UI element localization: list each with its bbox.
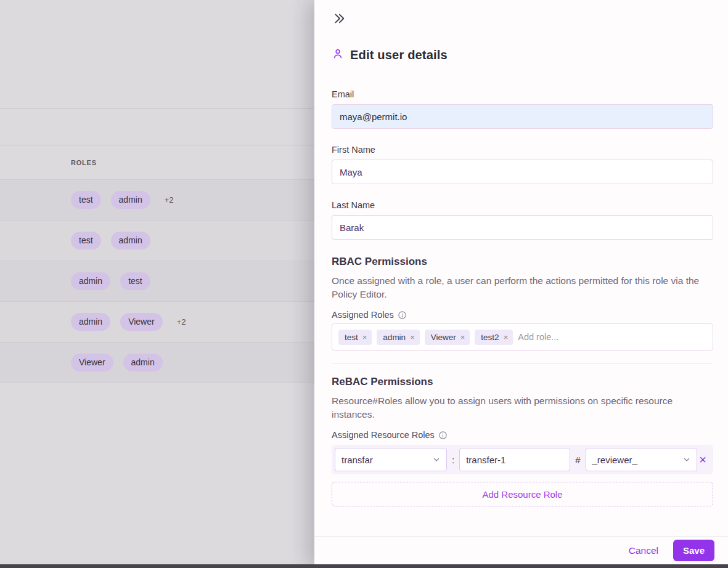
bottom-edge-bar (0, 564, 728, 568)
first-name-label: First Name (332, 145, 713, 155)
chevron-down-icon (683, 455, 690, 465)
email-field[interactable] (332, 104, 713, 129)
roles-column-label: ROLES (71, 159, 97, 166)
role-chip: test × (338, 330, 372, 345)
role-tag: test (71, 232, 101, 250)
email-field-group: Email (332, 89, 713, 129)
drawer-footer: Cancel Save (314, 536, 728, 564)
background-page: ROLES test admin +2 test admin admin tes… (0, 0, 314, 568)
role-tag: test (71, 191, 101, 209)
role-tag: test (120, 272, 150, 290)
role-chip-label: Viewer (431, 333, 456, 342)
table-row: admin Viewer +2 (0, 301, 314, 342)
collapse-drawer-icon[interactable] (332, 11, 346, 26)
resource-select[interactable]: transfar (335, 448, 447, 471)
resource-select-value: transfar (342, 455, 373, 465)
rebac-description: Resource#Roles allow you to assign users… (332, 394, 713, 421)
table-row: Viewer admin (0, 342, 314, 383)
resource-role-select-value: _reviewer_ (592, 455, 637, 465)
role-chip: test2 × (475, 330, 513, 345)
assigned-resource-roles-label: Assigned Resource Roles (332, 430, 435, 440)
first-name-field[interactable] (332, 160, 713, 184)
table-row: test admin +2 (0, 179, 314, 220)
role-tag: admin (71, 313, 110, 331)
email-label: Email (332, 89, 713, 99)
role-tag: Viewer (71, 354, 113, 371)
assigned-resource-roles-label-row: Assigned Resource Roles (332, 430, 713, 440)
remove-role-icon[interactable]: × (460, 333, 465, 341)
drawer-header: Edit user details (332, 47, 713, 62)
more-roles-count: +2 (177, 317, 186, 327)
resource-instance-input[interactable] (459, 448, 570, 471)
rebac-heading: ReBAC Permissions (332, 376, 713, 388)
resource-role-row: transfar : # _reviewer_ × (332, 445, 713, 474)
hash-separator: # (575, 455, 580, 465)
table-row: test admin (0, 220, 314, 261)
assigned-roles-label: Assigned Roles (332, 310, 394, 320)
cancel-button[interactable]: Cancel (629, 545, 658, 556)
chevron-down-icon (433, 455, 440, 465)
last-name-field[interactable] (332, 215, 713, 240)
user-icon (332, 47, 344, 62)
role-tag: Viewer (120, 313, 163, 331)
role-chip-label: test2 (481, 333, 499, 342)
add-role-input[interactable] (518, 332, 706, 342)
role-tag: admin (71, 272, 110, 290)
info-icon[interactable] (438, 431, 448, 440)
assigned-roles-label-row: Assigned Roles (332, 310, 713, 320)
more-roles-count: +2 (165, 195, 174, 205)
role-tag: admin (111, 232, 150, 250)
remove-resource-role-icon[interactable]: × (699, 453, 706, 466)
assigned-roles-multiselect[interactable]: test × admin × Viewer × test2 × (332, 323, 713, 351)
remove-role-icon[interactable]: × (410, 333, 415, 341)
role-tag: admin (111, 191, 150, 209)
resource-role-select[interactable]: _reviewer_ (586, 448, 697, 471)
role-chip: admin × (377, 330, 419, 345)
role-chip: Viewer × (425, 330, 470, 345)
info-icon[interactable] (398, 310, 407, 320)
last-name-field-group: Last Name (332, 200, 713, 240)
role-chip-label: test (345, 333, 358, 342)
rbac-heading: RBAC Permissions (332, 256, 713, 268)
edit-user-drawer: Edit user details Email First Name Last … (314, 0, 728, 568)
remove-role-icon[interactable]: × (362, 333, 367, 341)
divider (332, 363, 713, 363)
remove-role-icon[interactable]: × (504, 333, 509, 341)
last-name-label: Last Name (332, 200, 713, 210)
table-row: admin test (0, 261, 314, 301)
role-chip-label: admin (383, 333, 406, 342)
add-resource-role-button[interactable]: Add Resource Role (332, 482, 713, 506)
colon-separator: : (452, 455, 454, 465)
first-name-field-group: First Name (332, 145, 713, 184)
divider (0, 108, 314, 109)
role-tag: admin (123, 354, 163, 371)
drawer-title: Edit user details (350, 48, 448, 62)
rbac-description: Once assigned with a role, a user can pe… (332, 274, 713, 301)
roles-column-header: ROLES (0, 145, 314, 179)
save-button[interactable]: Save (673, 540, 714, 561)
users-table: ROLES test admin +2 test admin admin tes… (0, 145, 314, 383)
